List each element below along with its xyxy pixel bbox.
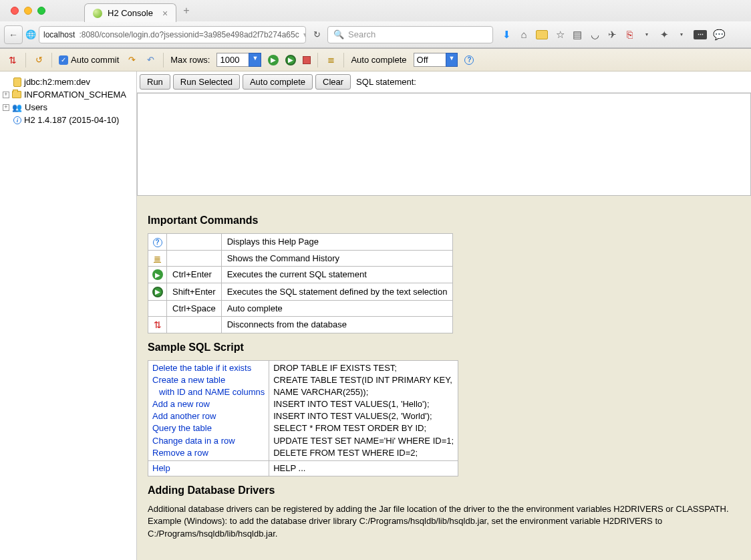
sql-statement-label: SQL statement:	[356, 77, 416, 87]
help-button[interactable]: ?	[464, 55, 474, 65]
maximize-window-icon[interactable]	[37, 7, 45, 15]
script-link[interactable]: Delete the table if it exists	[152, 362, 265, 374]
close-window-icon[interactable]	[11, 7, 19, 15]
max-rows-label: Max rows:	[170, 55, 210, 65]
auto-complete-select[interactable]: Off ▼	[414, 53, 458, 67]
users-icon: 👥	[12, 103, 22, 112]
address-bar: ← 🌐 localhost:8080/console/login.do?jses…	[0, 21, 751, 48]
help-icon: ?	[153, 238, 162, 247]
cmd-key-cell	[167, 250, 222, 266]
script-link[interactable]: Add a new row	[152, 398, 265, 410]
run-selected-button[interactable]: ▶	[285, 54, 296, 65]
auto-commit-checkbox[interactable]: ✓ Auto commit	[59, 55, 119, 65]
search-placeholder: Search	[348, 29, 376, 39]
auto-commit-label: Auto commit	[71, 55, 119, 65]
history-button[interactable]: ≣	[325, 54, 337, 66]
sidebar-tree: jdbc:h2:mem:dev + INFORMATION_SCHEMA + 👥…	[0, 72, 137, 560]
disconnect-button[interactable]: ⇅	[7, 54, 19, 66]
back-button[interactable]: ←	[4, 25, 23, 44]
script-link[interactable]: Remove a row	[152, 447, 265, 459]
tree-database[interactable]: jdbc:h2:mem:dev	[3, 76, 134, 88]
abp-icon[interactable]: ⋯	[694, 30, 707, 39]
script-sql-line: SELECT * FROM TEST ORDER BY ID;	[273, 422, 454, 434]
send-icon[interactable]: ✈	[607, 29, 617, 40]
cmd-icon-cell: ?	[148, 234, 167, 251]
url-dropdown-icon[interactable]: ▾	[303, 30, 306, 39]
run-icon: ▶	[152, 269, 163, 280]
tree-version-label: H2 1.4.187 (2015-04-10)	[24, 115, 119, 125]
commands-row: ?Displays this Help Page	[148, 234, 453, 251]
pdf-icon[interactable]: ⎘	[624, 29, 635, 40]
script-sql-line: UPDATE TEST SET NAME='Hi' WHERE ID=1;	[273, 435, 454, 447]
extension-box-icon[interactable]	[536, 30, 548, 39]
script-link[interactable]: with ID and NAME columns	[152, 386, 265, 398]
search-icon: 🔍	[333, 29, 344, 39]
new-tab-button[interactable]: +	[176, 5, 196, 17]
run-selected-sql-button[interactable]: Run Selected	[173, 74, 240, 90]
ext-dropdown-icon[interactable]: ▾	[641, 29, 652, 40]
bookmark-star-icon[interactable]: ☆	[555, 29, 565, 40]
max-rows-select[interactable]: 1000 ▼	[216, 53, 261, 67]
select-arrow-icon: ▼	[249, 53, 261, 67]
brush-icon[interactable]: ✦	[659, 29, 669, 40]
rollback-button[interactable]: ↶	[144, 54, 156, 66]
tree-schema[interactable]: + INFORMATION_SCHEMA	[3, 88, 134, 101]
auto-complete-value: Off	[414, 53, 446, 67]
url-input[interactable]: localhost:8080/console/login.do?jsession…	[39, 26, 306, 43]
drivers-text: Additional database drivers can be regis…	[148, 503, 740, 540]
sql-textarea[interactable]	[137, 93, 751, 196]
script-sql-line: INSERT INTO TEST VALUES(1, 'Hello');	[273, 398, 454, 410]
script-link[interactable]: Query the table	[152, 422, 265, 434]
stop-button[interactable]	[303, 56, 311, 64]
cmd-icon-cell: ≣	[148, 250, 167, 266]
cmd-desc-cell: Executes the SQL statement defined by th…	[221, 283, 453, 301]
tree-users[interactable]: + 👥 Users	[3, 101, 134, 114]
chat-icon[interactable]: 💬	[714, 29, 724, 40]
cmd-desc-cell: Shows the Command History	[221, 250, 453, 266]
clear-button[interactable]: Clear	[315, 74, 351, 90]
tree-db-label: jdbc:h2:mem:dev	[24, 77, 90, 87]
help-sql: HELP ...	[269, 461, 458, 476]
reader-icon[interactable]: ▤	[572, 29, 583, 40]
commands-row: ≣Shows the Command History	[148, 250, 453, 266]
cmd-desc-cell: Displays this Help Page	[221, 234, 453, 251]
commands-row: ⇅Disconnects from the database	[148, 316, 453, 333]
search-input[interactable]: 🔍 Search	[327, 26, 493, 43]
browser-chrome: H2 Console × + ← 🌐 localhost:8080/consol…	[0, 0, 751, 49]
minimize-window-icon[interactable]	[24, 7, 32, 15]
script-link[interactable]: Add another row	[152, 410, 265, 422]
reload-button[interactable]: ↻	[309, 29, 325, 39]
site-identity-icon[interactable]: 🌐	[25, 29, 36, 39]
expand-icon[interactable]: +	[3, 92, 9, 98]
run-button[interactable]: ▶	[268, 55, 279, 65]
expand-icon[interactable]: +	[3, 104, 9, 111]
commands-row: ▶Shift+EnterExecutes the SQL statement d…	[148, 283, 453, 301]
auto-complete-button[interactable]: Auto complete	[243, 74, 313, 90]
cmd-desc-cell: Auto complete	[221, 300, 453, 316]
refresh-button[interactable]: ↺	[33, 54, 45, 66]
commit-button[interactable]: ↷	[126, 54, 138, 66]
pocket-icon[interactable]: ◡	[589, 29, 600, 40]
browser-tab[interactable]: H2 Console ×	[84, 3, 176, 22]
tree-version[interactable]: i H2 1.4.187 (2015-04-10)	[3, 114, 134, 126]
help-link[interactable]: Help	[152, 462, 265, 474]
run-sql-button[interactable]: Run	[140, 74, 170, 90]
history-icon: ≣	[154, 253, 161, 263]
tab-close-icon[interactable]: ×	[162, 8, 168, 19]
database-icon	[13, 78, 21, 87]
tab-title: H2 Console	[108, 8, 153, 18]
ext-dropdown2-icon[interactable]: ▾	[676, 29, 687, 40]
sql-button-bar: Run Run Selected Auto complete Clear SQL…	[137, 72, 751, 93]
cmd-key-cell: Ctrl+Enter	[167, 266, 222, 283]
commands-row: Ctrl+SpaceAuto complete	[148, 300, 453, 316]
menu-icon[interactable]	[731, 29, 742, 40]
script-link[interactable]: Change data in a row	[152, 435, 265, 447]
cmd-key-cell: Ctrl+Space	[167, 300, 222, 316]
script-link[interactable]: Create a new table	[152, 374, 265, 386]
home-icon[interactable]: ⌂	[518, 29, 529, 40]
downloads-icon[interactable]: ⬇	[501, 29, 512, 40]
checkbox-checked-icon: ✓	[59, 55, 68, 65]
auto-complete-label: Auto complete	[351, 55, 406, 65]
script-sql-line: CREATE TABLE TEST(ID INT PRIMARY KEY,	[273, 374, 454, 386]
max-rows-value: 1000	[216, 53, 249, 67]
